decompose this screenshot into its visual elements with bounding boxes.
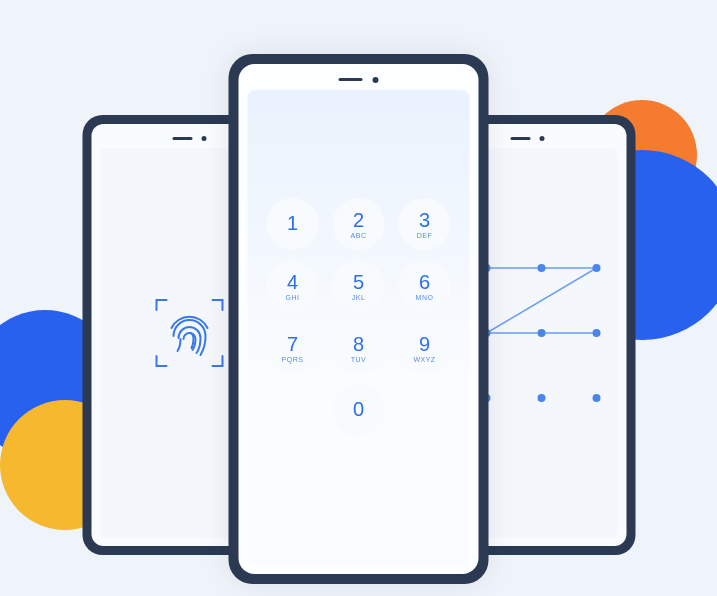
keypad-key-letters: MNO	[416, 294, 434, 301]
svg-point-2	[592, 264, 600, 272]
keypad-key-4[interactable]: 4 GHI	[267, 260, 319, 312]
keypad-key-number: 9	[419, 334, 430, 354]
keypad-key-number: 0	[353, 399, 364, 419]
keypad-key-number: 4	[287, 272, 298, 292]
phone-notch	[173, 135, 207, 141]
phone-pin-screen: 1 2 ABC 3 DEF 4 GHI	[248, 90, 470, 566]
keypad-key-letters: GHI	[286, 294, 300, 301]
keypad-key-8[interactable]: 8 TUV	[333, 322, 385, 374]
keypad-key-3[interactable]: 3 DEF	[399, 198, 451, 250]
fingerprint-icon	[145, 288, 235, 382]
keypad-key-letters: WXYZ	[413, 356, 435, 363]
keypad-key-7[interactable]: 7 PQRS	[267, 322, 319, 374]
keypad-key-9[interactable]: 9 WXYZ	[399, 322, 451, 374]
keypad-key-6[interactable]: 6 MNO	[399, 260, 451, 312]
keypad-key-letters: ABC	[351, 232, 367, 239]
keypad-key-number: 3	[419, 210, 430, 230]
keypad-key-number: 1	[287, 213, 298, 233]
keypad-key-letters: JKL	[352, 294, 366, 301]
phone-pin: 1 2 ABC 3 DEF 4 GHI	[229, 54, 489, 584]
svg-point-8	[592, 394, 600, 402]
phone-notch	[339, 76, 379, 83]
keypad-key-1[interactable]: 1	[267, 198, 319, 250]
phone-notch	[511, 135, 545, 141]
keypad-key-letters: PQRS	[282, 356, 304, 363]
keypad-key-letters: TUV	[351, 356, 367, 363]
pattern-icon	[476, 258, 606, 412]
keypad-key-2[interactable]: 2 ABC	[333, 198, 385, 250]
keypad-key-number: 2	[353, 210, 364, 230]
svg-point-4	[537, 329, 545, 337]
phone-pin-bezel: 1 2 ABC 3 DEF 4 GHI	[239, 64, 479, 574]
keypad-key-5[interactable]: 5 JKL	[333, 260, 385, 312]
keypad-key-number: 6	[419, 272, 430, 292]
keypad-key-number: 8	[353, 334, 364, 354]
svg-point-5	[592, 329, 600, 337]
keypad-key-number: 5	[353, 272, 364, 292]
svg-point-1	[537, 264, 545, 272]
pin-keypad: 1 2 ABC 3 DEF 4 GHI	[267, 198, 451, 436]
keypad-key-0[interactable]: 0	[333, 384, 385, 436]
keypad-key-letters: DEF	[417, 232, 433, 239]
svg-point-7	[537, 394, 545, 402]
keypad-key-number: 7	[287, 334, 298, 354]
phones-illustration: 1 2 ABC 3 DEF 4 GHI	[0, 0, 717, 596]
